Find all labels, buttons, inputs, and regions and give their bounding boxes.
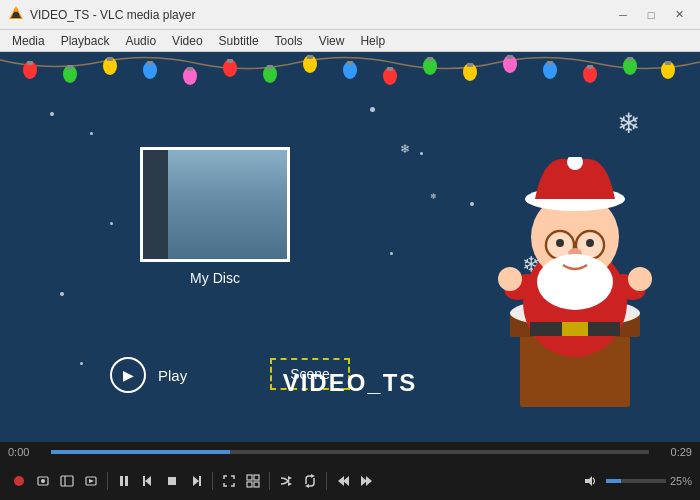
svg-point-56 — [556, 239, 564, 247]
svg-marker-78 — [288, 476, 292, 480]
svg-rect-29 — [507, 55, 513, 59]
svg-rect-73 — [199, 476, 201, 486]
santa-illustration — [480, 157, 670, 407]
svg-point-47 — [628, 267, 652, 291]
play-button[interactable]: ▶ — [110, 357, 146, 393]
pause-button[interactable] — [113, 470, 135, 492]
prev-button[interactable] — [137, 470, 159, 492]
svg-marker-85 — [366, 476, 372, 486]
app-icon — [8, 5, 24, 24]
menu-audio[interactable]: Audio — [117, 30, 164, 51]
volume-icon-button[interactable] — [580, 470, 602, 492]
snowflake: ❄ — [430, 192, 437, 201]
minimize-button[interactable]: ─ — [610, 5, 636, 25]
separator-4 — [326, 472, 327, 490]
svg-marker-72 — [193, 476, 199, 486]
time-elapsed: 0:00 — [8, 446, 43, 458]
extended-settings-button[interactable] — [56, 470, 78, 492]
svg-rect-75 — [254, 475, 259, 480]
svg-rect-71 — [168, 477, 176, 485]
menu-playback[interactable]: Playback — [53, 30, 118, 51]
volume-label: 25% — [670, 475, 692, 487]
svg-point-3 — [14, 8, 18, 12]
svg-point-57 — [586, 239, 594, 247]
menu-media[interactable]: Media — [4, 30, 53, 51]
repeat-button[interactable] — [299, 470, 321, 492]
next-button[interactable] — [185, 470, 207, 492]
menu-video[interactable]: Video — [164, 30, 210, 51]
menu-help[interactable]: Help — [352, 30, 393, 51]
svg-rect-37 — [665, 61, 671, 65]
svg-rect-11 — [147, 61, 153, 65]
menu-view[interactable]: View — [311, 30, 353, 51]
progress-row: 0:00 0:29 — [0, 442, 700, 462]
shuffle-button[interactable] — [275, 470, 297, 492]
svg-rect-31 — [547, 61, 553, 65]
snow-dot — [390, 252, 393, 255]
snow-dot — [420, 152, 423, 155]
svg-rect-33 — [587, 65, 593, 69]
snow-dot — [110, 222, 113, 225]
stop-button[interactable] — [161, 470, 183, 492]
close-button[interactable]: ✕ — [666, 5, 692, 25]
svg-rect-7 — [67, 65, 73, 69]
svg-rect-77 — [254, 482, 259, 487]
svg-point-60 — [14, 476, 24, 486]
svg-rect-76 — [247, 482, 252, 487]
svg-rect-70 — [143, 476, 145, 486]
extended-view-button[interactable] — [242, 470, 264, 492]
svg-point-45 — [498, 267, 522, 291]
menu-tools[interactable]: Tools — [267, 30, 311, 51]
title-bar: VIDEO_TS - VLC media player ─ □ ✕ — [0, 0, 700, 30]
video-ts-label: VIDEO_TS — [283, 369, 418, 397]
snowflake: ❄ — [617, 107, 640, 140]
window-controls: ─ □ ✕ — [610, 5, 692, 25]
svg-rect-2 — [13, 13, 19, 18]
buttons-row: 25% — [0, 462, 700, 500]
svg-rect-67 — [120, 476, 123, 486]
snow-dot — [470, 202, 474, 206]
fastforward-button[interactable] — [356, 470, 378, 492]
svg-marker-81 — [305, 484, 309, 488]
rewind-button[interactable] — [332, 470, 354, 492]
dvd-thumbnail — [140, 147, 290, 262]
svg-rect-63 — [61, 476, 73, 486]
snow-dot — [90, 132, 93, 135]
svg-rect-25 — [427, 57, 433, 61]
maximize-button[interactable]: □ — [638, 5, 664, 25]
video-area: ❄ ❄ ❄ ❄ ❄ My Disc ▶ Play Scene VIDEO_TS — [0, 52, 700, 442]
svg-rect-35 — [627, 57, 633, 61]
title-text: VIDEO_TS - VLC media player — [30, 8, 610, 22]
separator-3 — [269, 472, 270, 490]
separator-2 — [212, 472, 213, 490]
svg-rect-43 — [562, 322, 588, 336]
volume-bar[interactable] — [606, 479, 666, 483]
svg-rect-17 — [267, 65, 273, 69]
svg-rect-23 — [387, 67, 393, 71]
record-button[interactable] — [8, 470, 30, 492]
snow-dot — [370, 107, 375, 112]
svg-rect-19 — [307, 55, 313, 59]
menu-subtitle[interactable]: Subtitle — [211, 30, 267, 51]
menu-bar: Media Playback Audio Video Subtitle Tool… — [0, 30, 700, 52]
progress-bar[interactable] — [51, 450, 649, 454]
play-button-area: ▶ Play — [110, 357, 187, 393]
controls-bar: 0:00 0:29 — [0, 442, 700, 500]
snow-dot — [80, 362, 83, 365]
svg-rect-68 — [125, 476, 128, 486]
svg-rect-74 — [247, 475, 252, 480]
svg-rect-5 — [27, 61, 33, 65]
svg-rect-15 — [227, 59, 233, 63]
svg-marker-79 — [288, 482, 292, 486]
play-label: Play — [158, 367, 187, 384]
playlist-button[interactable] — [80, 470, 102, 492]
svg-marker-69 — [145, 476, 151, 486]
svg-rect-9 — [107, 57, 113, 61]
screenshot-button[interactable] — [32, 470, 54, 492]
svg-point-62 — [41, 479, 45, 483]
svg-marker-66 — [89, 479, 94, 483]
separator-1 — [107, 472, 108, 490]
fullscreen-button[interactable] — [218, 470, 240, 492]
snow-dot — [60, 292, 64, 296]
time-total: 0:29 — [657, 446, 692, 458]
